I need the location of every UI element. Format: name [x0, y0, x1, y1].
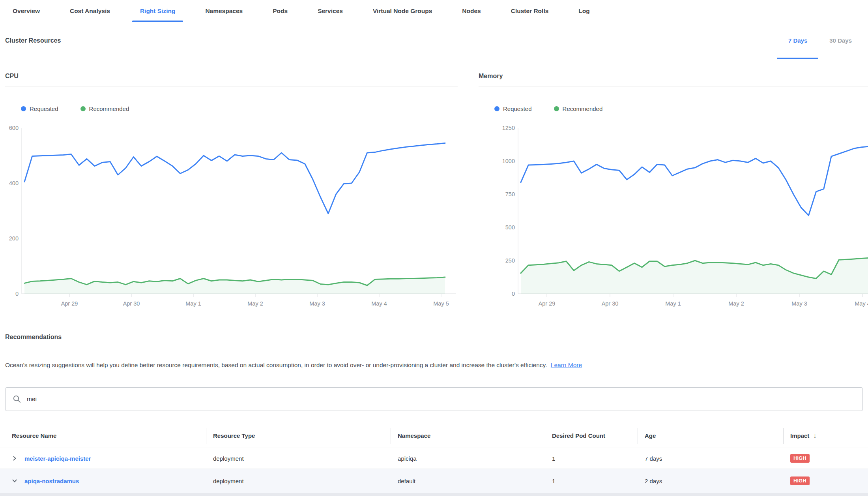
svg-text:May 2: May 2 [728, 300, 744, 307]
sort-descending-icon[interactable]: ↓ [813, 432, 816, 439]
svg-text:May 4: May 4 [855, 300, 868, 307]
svg-text:500: 500 [505, 224, 515, 231]
svg-text:0: 0 [15, 291, 19, 297]
impact-cell: HIGH [783, 469, 868, 493]
memory-chart-legend: Requested Recommended [494, 105, 868, 113]
table-header-row: Resource Name Resource Type Namespace De… [0, 424, 868, 448]
svg-text:May 1: May 1 [665, 300, 681, 307]
tab-pods[interactable]: Pods [265, 0, 296, 22]
chevron-right-icon[interactable] [12, 456, 17, 461]
recommended-legend-dot-icon [554, 106, 559, 111]
resource-search-box [5, 387, 863, 411]
charts-row: CPU Requested Recommended 0200400600Apr … [5, 73, 868, 311]
legend-item-recommended: Recommended [80, 105, 129, 112]
memory-chart-title: Memory [479, 73, 868, 86]
legend-label: Requested [30, 105, 58, 112]
memory-chart-panel: Memory Requested Recommended 02505007501… [479, 73, 868, 311]
age-cell: 7 days [638, 448, 783, 469]
svg-text:600: 600 [9, 125, 19, 131]
svg-text:1000: 1000 [502, 158, 515, 164]
tab-namespaces[interactable]: Namespaces [197, 0, 251, 22]
tab-overview[interactable]: Overview [5, 0, 48, 22]
col-header-impact[interactable]: Impact ↓ [783, 424, 868, 448]
recommendations-description: Ocean's resizing suggestions will help y… [5, 360, 863, 370]
time-range-toggle: 7 Days 30 Days [777, 22, 863, 59]
chevron-down-icon[interactable] [12, 478, 17, 484]
cpu-chart-panel: CPU Requested Recommended 0200400600Apr … [5, 73, 458, 311]
svg-text:May 4: May 4 [371, 300, 387, 307]
search-icon [13, 395, 21, 403]
namespace-cell: default [391, 469, 545, 493]
tab-cluster-rolls[interactable]: Cluster Rolls [503, 0, 557, 22]
svg-text:Apr 29: Apr 29 [61, 300, 78, 307]
cpu-chart-title: CPU [5, 73, 458, 86]
legend-label: Requested [503, 105, 532, 112]
namespace-cell: apiciqa [391, 448, 545, 469]
recommendations-title: Recommendations [5, 334, 863, 341]
tab-right-sizing[interactable]: Right Sizing [132, 0, 183, 22]
legend-label: Recommended [89, 105, 129, 112]
svg-text:750: 750 [505, 191, 515, 197]
svg-text:200: 200 [9, 235, 19, 242]
range-tab-7-days[interactable]: 7 Days [777, 22, 818, 59]
svg-text:May 2: May 2 [247, 300, 263, 307]
impact-badge: HIGH [790, 476, 810, 485]
table-body: meister-apiciqa-meisterdeploymentapiciqa… [0, 448, 868, 493]
age-cell: 2 days [638, 469, 783, 493]
svg-text:May 5: May 5 [433, 300, 449, 307]
col-header-desired-pod-count[interactable]: Desired Pod Count [545, 424, 638, 448]
tab-virtual-node-groups[interactable]: Virtual Node Groups [365, 0, 440, 22]
svg-text:May 1: May 1 [185, 300, 201, 307]
svg-text:May 3: May 3 [309, 300, 325, 307]
svg-text:Apr 29: Apr 29 [539, 300, 556, 307]
tab-cost-analysis[interactable]: Cost Analysis [62, 0, 118, 22]
resource-type-cell: deployment [206, 448, 391, 469]
legend-item-recommended: Recommended [554, 105, 603, 112]
recommended-legend-dot-icon [80, 106, 86, 111]
resource-name-link[interactable]: meister-apiciqa-meister [24, 455, 91, 462]
expanded-row-panel [0, 493, 868, 496]
learn-more-link[interactable]: Learn More [551, 362, 582, 368]
table-row[interactable]: apiqa-nostradamusdeploymentdefault12 day… [0, 469, 868, 493]
main-tab-bar: OverviewCost AnalysisRight SizingNamespa… [0, 0, 868, 22]
cpu-chart-legend: Requested Recommended [21, 105, 458, 113]
resource-name-cell: meister-apiciqa-meister [0, 448, 206, 469]
range-tab-30-days[interactable]: 30 Days [818, 22, 863, 59]
search-input[interactable] [27, 396, 855, 403]
resource-name-cell: apiqa-nostradamus [0, 469, 206, 493]
col-header-resource-name[interactable]: Resource Name [0, 424, 206, 448]
desired-pod-count-cell: 1 [545, 469, 638, 493]
table-row[interactable]: meister-apiciqa-meisterdeploymentapiciqa… [0, 448, 868, 469]
legend-item-requested: Requested [21, 105, 58, 112]
tab-nodes[interactable]: Nodes [454, 0, 488, 22]
impact-cell: HIGH [783, 448, 868, 469]
requested-legend-dot-icon [494, 106, 499, 111]
svg-text:1250: 1250 [502, 125, 515, 131]
cpu-line-chart: 0200400600Apr 29Apr 30May 1May 2May 3May… [5, 118, 458, 311]
svg-text:0: 0 [512, 291, 515, 297]
col-header-resource-type[interactable]: Resource Type [206, 424, 391, 448]
tab-log[interactable]: Log [571, 0, 597, 22]
page-title: Cluster Resources [5, 37, 61, 44]
svg-text:250: 250 [505, 257, 515, 264]
resource-type-cell: deployment [206, 469, 391, 493]
legend-item-requested: Requested [494, 105, 532, 112]
requested-legend-dot-icon [21, 106, 26, 111]
svg-text:400: 400 [9, 180, 19, 186]
memory-line-chart: 025050075010001250Apr 29Apr 30May 1May 2… [479, 118, 868, 311]
tab-services[interactable]: Services [310, 0, 351, 22]
resource-name-link[interactable]: apiqa-nostradamus [24, 478, 79, 484]
svg-text:May 3: May 3 [791, 300, 807, 307]
cluster-resources-header: Cluster Resources 7 Days 30 Days [5, 22, 863, 59]
recommendations-table: Resource Name Resource Type Namespace De… [0, 424, 868, 496]
svg-text:Apr 30: Apr 30 [123, 300, 140, 307]
impact-badge: HIGH [790, 454, 810, 463]
svg-text:Apr 30: Apr 30 [602, 300, 619, 307]
col-header-namespace[interactable]: Namespace [391, 424, 545, 448]
col-header-age[interactable]: Age [638, 424, 783, 448]
desired-pod-count-cell: 1 [545, 448, 638, 469]
legend-label: Recommended [563, 105, 603, 112]
